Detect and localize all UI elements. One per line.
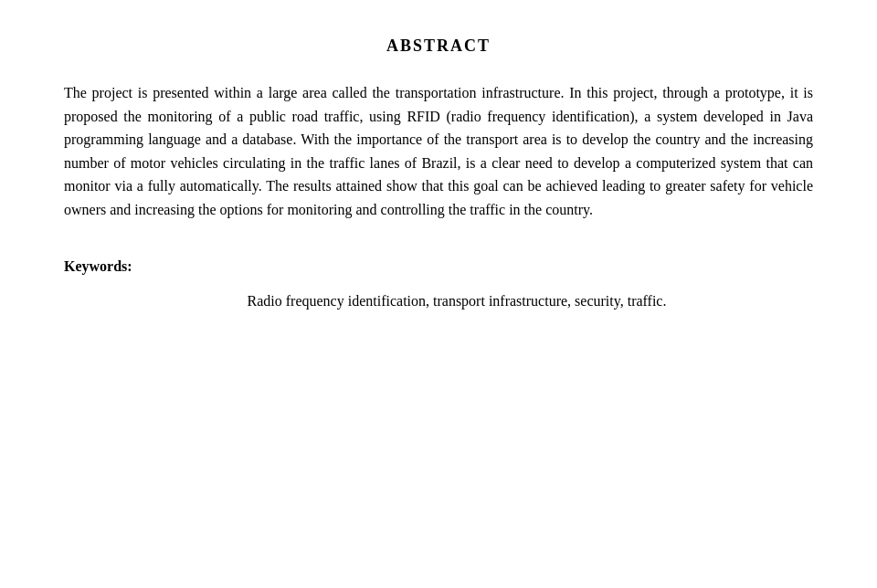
keywords-label: Keywords: xyxy=(64,258,813,275)
keywords-value: Radio frequency identification, transpor… xyxy=(64,289,813,313)
abstract-title: ABSTRACT xyxy=(64,37,813,56)
abstract-paragraph: The project is presented within a large … xyxy=(64,81,813,222)
keywords-section: Keywords: Radio frequency identification… xyxy=(64,258,813,313)
page-container: ABSTRACT The project is presented within… xyxy=(46,0,831,349)
abstract-body: The project is presented within a large … xyxy=(64,81,813,222)
